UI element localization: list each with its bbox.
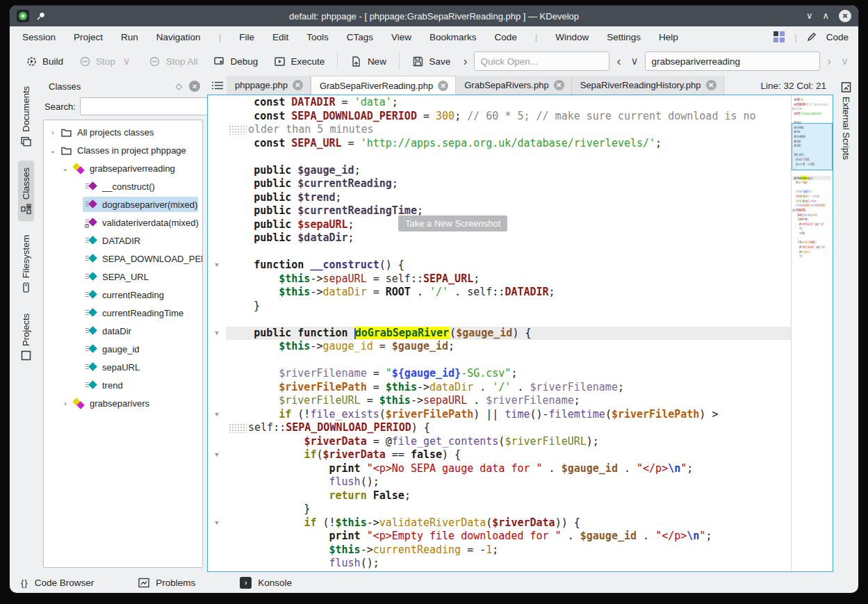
code-line[interactable]: public $currentReading; bbox=[208, 177, 791, 191]
code-line[interactable]: const SEPA_URL = 'http://apps.sepa.org.u… bbox=[792, 111, 831, 116]
statusbar-toggle-problems[interactable]: Problems bbox=[138, 578, 195, 588]
code-line[interactable]: const SEPA_DOWNLOAD_PERIOD = 300; // 60 … bbox=[208, 110, 791, 124]
code-line[interactable]: $riverFilePath = $this->dataDir . '/' . … bbox=[792, 194, 831, 199]
code-line[interactable]: const SEPA_DOWNLOAD_PERIOD = 300; // 60 … bbox=[792, 102, 831, 107]
code-line[interactable]: public $gauge_id; bbox=[208, 164, 791, 178]
code-line[interactable]: } bbox=[208, 503, 791, 516]
tree-item-construct[interactable]: __construct() bbox=[44, 177, 202, 195]
execute-button[interactable]: Execute bbox=[268, 51, 330, 71]
tree-item-sepaurl[interactable]: sepaURL bbox=[44, 358, 202, 376]
code-line[interactable] bbox=[208, 354, 791, 368]
close-button[interactable]: × bbox=[839, 10, 851, 22]
document-list-icon[interactable] bbox=[208, 76, 227, 95]
tab-close-icon[interactable]: ✕ bbox=[293, 80, 303, 90]
code-line[interactable]: $this->currentReading = -1; bbox=[208, 544, 791, 557]
code-line[interactable]: const SEPA_URL = 'http://apps.sepa.org.u… bbox=[208, 137, 791, 151]
minimap-scrollbar[interactable]: const DATADIR = 'data'; const SEPA_DOWNL… bbox=[791, 95, 833, 571]
search-input[interactable] bbox=[645, 51, 820, 71]
code-editor[interactable]: const DATADIR = 'data'; const SEPA_DOWNL… bbox=[207, 95, 833, 572]
code-line[interactable]: $this->gauge_id = $gauge_id; bbox=[792, 180, 831, 185]
tab-close-icon[interactable]: ✕ bbox=[554, 80, 564, 90]
classes-search-input[interactable] bbox=[80, 97, 212, 115]
sidebar-tab-documents[interactable]: Documents bbox=[18, 79, 34, 154]
menu-item-session[interactable]: Session bbox=[22, 32, 56, 42]
menu-item-code[interactable]: Code bbox=[495, 32, 517, 42]
tab-close-icon[interactable]: ✕ bbox=[438, 81, 448, 91]
code-line[interactable]: $riverFileURL = $this->sepaURL . $riverF… bbox=[208, 394, 791, 408]
tab-grabsepariverreading-php[interactable]: GrabSepaRiverReading.php✕ bbox=[311, 76, 456, 95]
code-line-current[interactable]: ▼ public function doGrabSepaRiver($gauge… bbox=[208, 327, 791, 341]
expander-icon[interactable]: › bbox=[60, 400, 70, 407]
code-line[interactable]: ▼ if (!$this->validateRiverData($riverDa… bbox=[792, 240, 831, 245]
code-line[interactable] bbox=[792, 185, 831, 190]
stop-all-button[interactable]: Stop All bbox=[143, 51, 204, 71]
code-line[interactable]: const DATADIR = 'data'; bbox=[208, 96, 791, 110]
code-line[interactable]: public $trend; bbox=[208, 191, 791, 205]
tab-phppage-php[interactable]: phppage.php✕ bbox=[227, 76, 311, 95]
code-line[interactable] bbox=[792, 171, 831, 176]
code-line[interactable]: older than 5 minutes bbox=[208, 123, 791, 137]
sidebar-tab-projects[interactable]: Projects bbox=[18, 307, 34, 368]
tree-item-currentreading[interactable]: currentReading bbox=[44, 286, 202, 304]
menu-item-navigation[interactable]: Navigation bbox=[156, 32, 201, 42]
sidebar-tab-external-scripts[interactable]: External Scripts bbox=[840, 78, 853, 164]
code-line[interactable]: } bbox=[208, 300, 791, 313]
menu-item-edit[interactable]: Edit bbox=[272, 32, 288, 42]
menu-item-settings[interactable]: Settings bbox=[607, 32, 641, 42]
expander-icon[interactable]: › bbox=[48, 129, 58, 136]
code-line[interactable] bbox=[792, 116, 831, 121]
tree-item-datadir[interactable]: DATADIR bbox=[44, 231, 202, 250]
toolbar-overflow-icon[interactable]: › bbox=[460, 54, 470, 69]
fold-marker-icon[interactable]: ▼ bbox=[208, 408, 226, 422]
expander-icon[interactable]: ⌄ bbox=[48, 147, 58, 154]
stop-button[interactable]: Stop ∨ bbox=[73, 51, 139, 71]
tree-item-validateriverdata-mixed[interactable]: validateriverdata(mixed) bbox=[44, 213, 202, 231]
menu-item-view[interactable]: View bbox=[391, 32, 411, 42]
quick-open-input[interactable] bbox=[474, 51, 609, 71]
tree-item-grabsepariverreading[interactable]: ⌄grabsepariverreading bbox=[44, 159, 202, 177]
fold-marker-icon[interactable]: ▼ bbox=[208, 448, 226, 462]
statusbar-toggle-code-browser[interactable]: {}Code Browser bbox=[21, 578, 94, 588]
code-line[interactable] bbox=[208, 245, 791, 259]
code-line[interactable]: $this->gauge_id = $gauge_id; bbox=[208, 340, 791, 354]
code-line[interactable]: public $dataDir; bbox=[208, 231, 791, 245]
code-line[interactable]: flush(); bbox=[208, 475, 791, 489]
sidebar-tab-classes[interactable]: Classes bbox=[18, 161, 34, 221]
tab-close-icon[interactable]: ✕ bbox=[706, 80, 716, 90]
code-line[interactable]: flush(); bbox=[792, 227, 831, 231]
search-next-icon[interactable]: › bbox=[824, 54, 834, 69]
code-line[interactable]: $riverFileURL = $this->sepaURL . $riverF… bbox=[792, 199, 831, 204]
code-line[interactable]: print "<p>Empty file downloaded for " . … bbox=[208, 530, 791, 544]
maximize-button[interactable]: ∧ bbox=[822, 10, 829, 22]
float-panel-icon[interactable]: ◇ bbox=[176, 81, 182, 91]
menu-item-tools[interactable]: Tools bbox=[306, 32, 329, 42]
code-line[interactable]: return False; bbox=[208, 489, 791, 503]
menu-item-ctags[interactable]: CTags bbox=[347, 32, 373, 42]
area-label[interactable]: Code bbox=[826, 32, 849, 42]
code-line[interactable]: $riverFilePath = $this->dataDir . '/' . … bbox=[208, 381, 791, 395]
tab-grabseparivers-php[interactable]: GrabSepaRivers.php✕ bbox=[456, 76, 571, 95]
tree-item-dograbsepariver-mixed[interactable]: dograbsepariver(mixed) bbox=[44, 195, 202, 213]
code-line[interactable]: return False; bbox=[792, 231, 831, 236]
tree-item-trend[interactable]: trend bbox=[44, 376, 202, 394]
search-history-icon[interactable]: ∨ bbox=[628, 55, 641, 67]
menu-item-window[interactable]: Window bbox=[555, 32, 589, 42]
code-line[interactable]: $riverData = @file_get_contents($riverFi… bbox=[208, 435, 791, 449]
menu-item-run[interactable]: Run bbox=[121, 32, 138, 42]
tree-item-datadir[interactable]: dataDir bbox=[44, 322, 202, 340]
code-line[interactable]: $riverData = @file_get_contents($riverFi… bbox=[792, 213, 831, 218]
code-line[interactable] bbox=[208, 313, 791, 327]
menu-item-help[interactable]: Help bbox=[659, 32, 678, 42]
sidebar-tab-filesystem[interactable]: Filesystem bbox=[18, 228, 34, 300]
code-line[interactable]: flush(); bbox=[792, 254, 831, 259]
search-prev-icon[interactable]: ‹ bbox=[614, 54, 623, 69]
fold-marker-icon[interactable]: ▼ bbox=[208, 327, 226, 341]
menu-item-file[interactable]: File bbox=[239, 32, 254, 42]
code-line[interactable] bbox=[208, 150, 791, 164]
stop-dropdown-icon[interactable]: ∨ bbox=[120, 55, 133, 67]
code-line[interactable]: ▼ function __construct() { bbox=[208, 259, 791, 272]
build-button[interactable]: Build bbox=[19, 51, 69, 71]
code-line[interactable]: $this->dataDir = ROOT . '/' . self::DATA… bbox=[208, 286, 791, 300]
menu-item-project[interactable]: Project bbox=[74, 32, 103, 42]
code-line[interactable]: flush(); bbox=[208, 557, 791, 571]
